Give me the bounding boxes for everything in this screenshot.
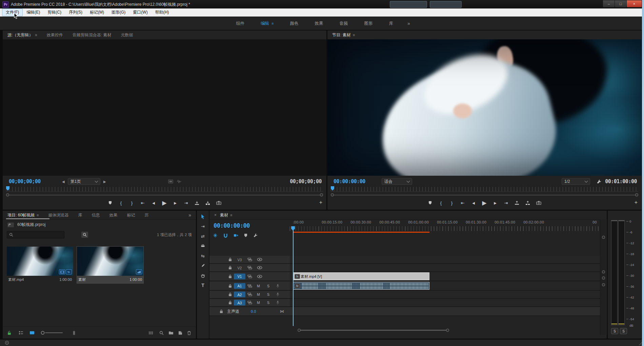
program-scrubber[interactable] [331, 187, 638, 192]
export-frame-icon[interactable] [216, 201, 221, 205]
tab-info[interactable]: 信息 [87, 212, 104, 218]
panel-menu-icon[interactable]: ≡ [353, 33, 355, 37]
timeline-video-clip[interactable]: fx 素材.mp4 [V] [293, 272, 429, 280]
mute-button[interactable]: M [257, 292, 260, 296]
go-to-in-icon[interactable]: ⇤ [460, 200, 465, 206]
project-file-name[interactable]: 60帧视频.prproj [17, 222, 45, 228]
razor-tool-icon[interactable] [199, 243, 207, 249]
sync-lock-icon[interactable] [247, 274, 252, 278]
step-back-icon[interactable]: ◀ [151, 201, 156, 205]
sync-lock-icon[interactable] [247, 266, 252, 270]
solo-right-button[interactable]: S [620, 328, 627, 334]
solo-button[interactable]: S [267, 284, 269, 288]
lock-icon[interactable] [228, 274, 232, 278]
source-scrubber[interactable] [6, 187, 323, 192]
source-timecode[interactable]: 00;00;00;00 [9, 178, 41, 185]
tab-markers[interactable]: 标记 [122, 212, 140, 218]
ripple-edit-tool-icon[interactable]: ⇄ [199, 233, 207, 239]
hand-tool-icon[interactable] [199, 272, 207, 278]
tab-project[interactable]: 项目: 60帧视频≡ [3, 212, 43, 218]
new-bin-icon[interactable] [168, 331, 174, 335]
snap-magnet-icon[interactable] [223, 233, 228, 238]
page-select[interactable]: 第1页 [68, 178, 100, 185]
track-target-button[interactable]: V1 [234, 273, 245, 279]
go-to-in-icon[interactable]: ⇤ [140, 200, 145, 206]
fx-badge[interactable]: fx [295, 274, 300, 279]
resolution-select[interactable]: 1/2 [562, 178, 590, 185]
voiceover-mic-icon[interactable] [276, 284, 279, 288]
track-target-button[interactable]: A1 [234, 283, 245, 289]
mute-button[interactable]: M [257, 284, 260, 288]
panel-menu-icon[interactable]: ≡ [230, 213, 232, 217]
sequence-thumbnail[interactable] [77, 247, 143, 276]
clip-thumbnail[interactable] [7, 247, 73, 276]
pen-tool-icon[interactable] [199, 263, 207, 269]
video-badge-icon[interactable] [59, 269, 65, 274]
lock-icon[interactable] [228, 284, 232, 288]
sequence-name[interactable]: 素材 [78, 277, 86, 282]
project-item-sequence[interactable]: 素材 1:00:00 [77, 247, 143, 283]
menu-clip[interactable]: 剪辑(C) [44, 8, 65, 16]
add-marker-icon[interactable] [428, 201, 432, 205]
maximize-button[interactable]: □ [615, 0, 627, 7]
sync-lock-icon[interactable] [247, 292, 252, 296]
workspace-overflow-chevron-icon[interactable]: » [401, 21, 416, 26]
track-lane[interactable] [290, 299, 600, 307]
next-page-icon[interactable]: ▶ [102, 180, 107, 184]
step-forward-icon[interactable]: ▶ [493, 201, 498, 205]
timeline-settings-wrench-icon[interactable] [253, 233, 258, 238]
workspace-tab-audio[interactable]: 音频 [331, 21, 356, 26]
track-header[interactable]: A3 M S [209, 299, 290, 307]
fit-select[interactable]: 适合 [382, 178, 412, 185]
track-select-tool-icon[interactable]: ⇥ [199, 223, 207, 229]
extract-icon[interactable] [525, 201, 530, 205]
lift-icon[interactable] [515, 201, 519, 205]
thumbnail-zoom-slider[interactable] [41, 331, 64, 335]
timeline-timecode[interactable]: 00:00:00:00 [214, 222, 250, 229]
delete-trash-icon[interactable] [187, 331, 191, 335]
project-item-clip[interactable]: 素材.mp4 1:00:00 [7, 247, 73, 283]
track-visibility-eye-icon[interactable] [257, 258, 262, 261]
add-marker-icon[interactable] [108, 201, 113, 205]
drag-video-icon[interactable] [168, 179, 173, 184]
automate-to-sequence-icon[interactable] [72, 331, 76, 335]
mark-out-icon[interactable]: } [129, 200, 134, 206]
fx-badge[interactable]: fx [295, 284, 300, 288]
lock-icon[interactable] [228, 257, 232, 262]
panel-menu-icon[interactable]: ≡ [37, 213, 39, 217]
lock-icon[interactable] [228, 292, 232, 296]
step-back-icon[interactable]: ◀ [471, 201, 476, 205]
sequence-badge-icon[interactable] [136, 269, 142, 274]
linked-selection-icon[interactable] [234, 233, 238, 237]
zoom-handle-right[interactable] [320, 193, 323, 196]
new-item-icon[interactable] [178, 331, 182, 335]
track-header[interactable]: A1 M S [209, 282, 290, 291]
zoom-handle-left[interactable] [331, 193, 334, 196]
workspace-tab-libraries[interactable]: 库 [381, 21, 401, 26]
project-writable-lock-icon[interactable] [7, 331, 11, 335]
menu-sequence[interactable]: 序列(S) [65, 8, 86, 16]
button-editor-icon[interactable]: + [319, 199, 322, 206]
icon-view-icon[interactable] [29, 331, 35, 335]
scroll-handle[interactable] [602, 283, 605, 286]
clip-name[interactable]: 素材.mp4 [8, 277, 24, 282]
type-tool-icon[interactable]: T [199, 282, 207, 288]
solo-button[interactable]: S [267, 292, 269, 296]
solo-button[interactable]: S [267, 301, 269, 305]
drag-audio-icon[interactable] [177, 179, 182, 184]
timeline-horizontal-scrollbar[interactable] [298, 329, 449, 332]
play-icon[interactable]: ▶ [162, 199, 167, 207]
timeline-audio-clip[interactable]: fx [293, 282, 429, 290]
settings-wrench-icon[interactable] [597, 179, 602, 184]
voiceover-mic-icon[interactable] [276, 301, 279, 305]
overwrite-icon[interactable] [205, 201, 210, 205]
audio-badge-icon[interactable] [66, 269, 72, 274]
track-header[interactable]: A2 M S [209, 291, 290, 299]
go-to-out-icon[interactable]: ⇥ [504, 200, 508, 206]
tab-timeline-sequence[interactable]: 素材≡ [218, 212, 237, 218]
mark-out-icon[interactable]: } [449, 200, 454, 206]
track-header[interactable]: V3 [209, 256, 290, 264]
selection-tool-icon[interactable] [199, 213, 207, 219]
tab-audio-clip-mixer[interactable]: 音频剪辑混合器: 素材 [68, 32, 116, 38]
track-lane[interactable] [290, 291, 600, 299]
